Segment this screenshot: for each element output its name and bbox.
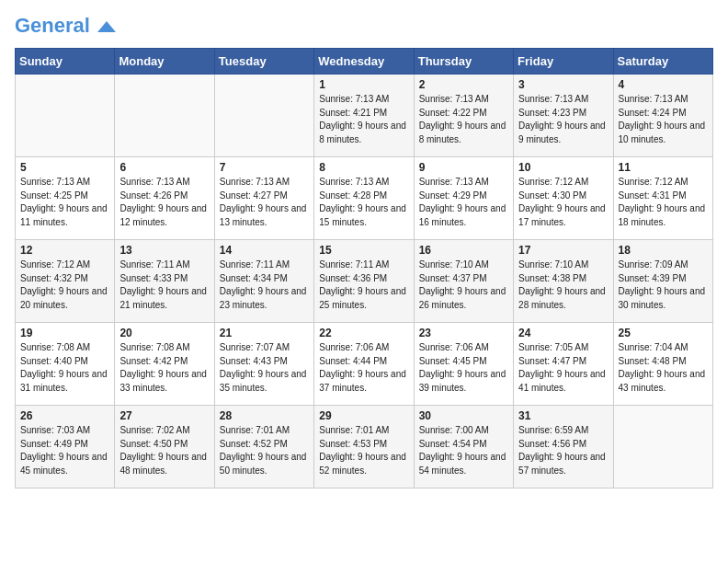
calendar-cell: 20Sunrise: 7:08 AMSunset: 4:42 PMDayligh… (115, 323, 214, 406)
day-number: 26 (20, 409, 109, 422)
calendar-cell: 6Sunrise: 7:13 AMSunset: 4:26 PMDaylight… (115, 157, 214, 240)
day-number: 11 (619, 161, 708, 174)
cell-content: Sunrise: 7:11 AMSunset: 4:36 PMDaylight:… (319, 259, 408, 312)
day-number: 12 (20, 244, 109, 257)
cell-content: Sunrise: 7:01 AMSunset: 4:53 PMDaylight:… (319, 424, 408, 477)
svg-marker-0 (97, 21, 116, 32)
cell-content: Sunrise: 7:07 AMSunset: 4:43 PMDaylight:… (220, 341, 309, 395)
calendar-cell: 13Sunrise: 7:11 AMSunset: 4:33 PMDayligh… (115, 240, 214, 323)
cell-content: Sunrise: 7:11 AMSunset: 4:34 PMDaylight:… (220, 259, 309, 312)
calendar-cell: 5Sunrise: 7:13 AMSunset: 4:25 PMDaylight… (16, 157, 115, 240)
calendar-table: SundayMondayTuesdayWednesdayThursdayFrid… (15, 48, 713, 488)
calendar-cell (16, 75, 115, 157)
cell-content: Sunrise: 7:06 AMSunset: 4:44 PMDaylight:… (319, 341, 408, 395)
calendar-cell: 10Sunrise: 7:12 AMSunset: 4:30 PMDayligh… (514, 157, 613, 240)
col-header-monday: Monday (115, 49, 214, 75)
day-number: 30 (419, 409, 508, 422)
day-number: 29 (319, 409, 408, 422)
col-header-saturday: Saturday (613, 49, 712, 75)
day-number: 25 (619, 327, 708, 339)
calendar-cell: 23Sunrise: 7:06 AMSunset: 4:45 PMDayligh… (414, 323, 513, 406)
cell-content: Sunrise: 7:13 AMSunset: 4:28 PMDaylight:… (319, 176, 408, 229)
header-row: SundayMondayTuesdayWednesdayThursdayFrid… (16, 49, 713, 75)
calendar-cell: 22Sunrise: 7:06 AMSunset: 4:44 PMDayligh… (314, 323, 414, 406)
week-row-3: 19Sunrise: 7:08 AMSunset: 4:40 PMDayligh… (16, 323, 713, 406)
cell-content: Sunrise: 7:13 AMSunset: 4:21 PMDaylight:… (319, 93, 408, 146)
cell-content: Sunrise: 6:59 AMSunset: 4:56 PMDaylight:… (518, 424, 608, 477)
day-number: 16 (419, 244, 508, 257)
day-number: 3 (518, 78, 608, 91)
calendar-cell: 19Sunrise: 7:08 AMSunset: 4:40 PMDayligh… (16, 323, 115, 406)
day-number: 1 (319, 78, 408, 91)
day-number: 2 (419, 78, 508, 91)
cell-content: Sunrise: 7:13 AMSunset: 4:27 PMDaylight:… (220, 176, 309, 229)
page-header: General (15, 15, 713, 37)
day-number: 22 (319, 327, 408, 339)
cell-content: Sunrise: 7:01 AMSunset: 4:52 PMDaylight:… (220, 424, 309, 477)
day-number: 9 (419, 161, 508, 174)
cell-content: Sunrise: 7:02 AMSunset: 4:50 PMDaylight:… (119, 424, 209, 477)
calendar-cell: 25Sunrise: 7:04 AMSunset: 4:48 PMDayligh… (613, 323, 712, 406)
day-number: 18 (619, 244, 708, 257)
calendar-cell: 28Sunrise: 7:01 AMSunset: 4:52 PMDayligh… (214, 406, 313, 488)
calendar-cell: 9Sunrise: 7:13 AMSunset: 4:29 PMDaylight… (414, 157, 513, 240)
logo: General (15, 15, 116, 37)
day-number: 14 (220, 244, 309, 257)
cell-content: Sunrise: 7:05 AMSunset: 4:47 PMDaylight:… (518, 341, 608, 395)
cell-content: Sunrise: 7:09 AMSunset: 4:39 PMDaylight:… (619, 259, 708, 312)
week-row-4: 26Sunrise: 7:03 AMSunset: 4:49 PMDayligh… (16, 406, 713, 488)
logo-text: General (15, 15, 116, 37)
week-row-1: 5Sunrise: 7:13 AMSunset: 4:25 PMDaylight… (16, 157, 713, 240)
week-row-2: 12Sunrise: 7:12 AMSunset: 4:32 PMDayligh… (16, 240, 713, 323)
col-header-thursday: Thursday (414, 49, 513, 75)
day-number: 31 (518, 409, 608, 422)
day-number: 4 (619, 78, 708, 91)
day-number: 6 (119, 161, 209, 174)
col-header-tuesday: Tuesday (214, 49, 313, 75)
calendar-cell: 27Sunrise: 7:02 AMSunset: 4:50 PMDayligh… (115, 406, 214, 488)
calendar-cell: 21Sunrise: 7:07 AMSunset: 4:43 PMDayligh… (214, 323, 313, 406)
day-number: 17 (518, 244, 608, 257)
cell-content: Sunrise: 7:13 AMSunset: 4:25 PMDaylight:… (20, 176, 109, 229)
col-header-sunday: Sunday (16, 49, 115, 75)
calendar-cell (214, 75, 313, 157)
calendar-cell (613, 406, 712, 488)
calendar-cell: 18Sunrise: 7:09 AMSunset: 4:39 PMDayligh… (613, 240, 712, 323)
day-number: 10 (518, 161, 608, 174)
cell-content: Sunrise: 7:13 AMSunset: 4:26 PMDaylight:… (119, 176, 209, 229)
calendar-cell: 3Sunrise: 7:13 AMSunset: 4:23 PMDaylight… (514, 75, 613, 157)
cell-content: Sunrise: 7:08 AMSunset: 4:42 PMDaylight:… (119, 341, 209, 395)
cell-content: Sunrise: 7:11 AMSunset: 4:33 PMDaylight:… (119, 259, 209, 312)
day-number: 20 (119, 327, 209, 339)
cell-content: Sunrise: 7:12 AMSunset: 4:32 PMDaylight:… (20, 259, 109, 312)
calendar-cell: 26Sunrise: 7:03 AMSunset: 4:49 PMDayligh… (16, 406, 115, 488)
day-number: 13 (119, 244, 209, 257)
day-number: 21 (220, 327, 309, 339)
day-number: 5 (20, 161, 109, 174)
cell-content: Sunrise: 7:13 AMSunset: 4:23 PMDaylight:… (518, 93, 608, 146)
week-row-0: 1Sunrise: 7:13 AMSunset: 4:21 PMDaylight… (16, 75, 713, 157)
calendar-cell: 24Sunrise: 7:05 AMSunset: 4:47 PMDayligh… (514, 323, 613, 406)
day-number: 15 (319, 244, 408, 257)
day-number: 28 (220, 409, 309, 422)
logo-icon (97, 19, 116, 34)
col-header-friday: Friday (514, 49, 613, 75)
calendar-cell: 30Sunrise: 7:00 AMSunset: 4:54 PMDayligh… (414, 406, 513, 488)
calendar-cell (115, 75, 214, 157)
calendar-cell: 1Sunrise: 7:13 AMSunset: 4:21 PMDaylight… (314, 75, 414, 157)
col-header-wednesday: Wednesday (314, 49, 414, 75)
calendar-cell: 14Sunrise: 7:11 AMSunset: 4:34 PMDayligh… (214, 240, 313, 323)
cell-content: Sunrise: 7:12 AMSunset: 4:30 PMDaylight:… (518, 176, 608, 229)
calendar-cell: 16Sunrise: 7:10 AMSunset: 4:37 PMDayligh… (414, 240, 513, 323)
cell-content: Sunrise: 7:04 AMSunset: 4:48 PMDaylight:… (619, 341, 708, 395)
cell-content: Sunrise: 7:06 AMSunset: 4:45 PMDaylight:… (419, 341, 508, 395)
day-number: 7 (220, 161, 309, 174)
cell-content: Sunrise: 7:13 AMSunset: 4:29 PMDaylight:… (419, 176, 508, 229)
cell-content: Sunrise: 7:10 AMSunset: 4:38 PMDaylight:… (518, 259, 608, 312)
calendar-cell: 29Sunrise: 7:01 AMSunset: 4:53 PMDayligh… (314, 406, 414, 488)
calendar-cell: 11Sunrise: 7:12 AMSunset: 4:31 PMDayligh… (613, 157, 712, 240)
cell-content: Sunrise: 7:00 AMSunset: 4:54 PMDaylight:… (419, 424, 508, 477)
cell-content: Sunrise: 7:10 AMSunset: 4:37 PMDaylight:… (419, 259, 508, 312)
cell-content: Sunrise: 7:13 AMSunset: 4:22 PMDaylight:… (419, 93, 508, 146)
calendar-cell: 12Sunrise: 7:12 AMSunset: 4:32 PMDayligh… (16, 240, 115, 323)
